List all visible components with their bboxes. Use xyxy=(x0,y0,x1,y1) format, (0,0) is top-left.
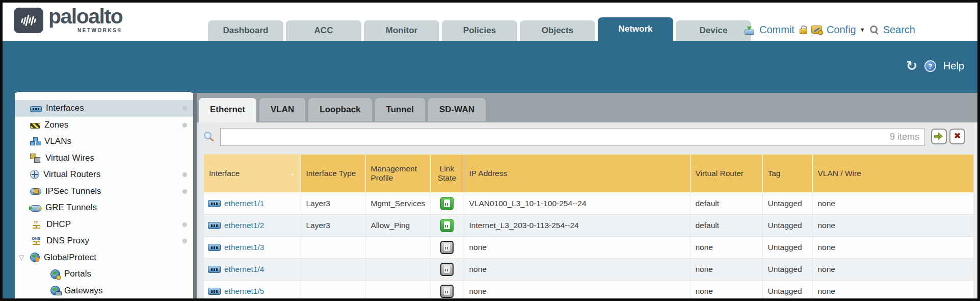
sidebar-item-globalprotect[interactable]: ▽GlobalProtect xyxy=(15,249,193,266)
item-dot xyxy=(182,189,187,194)
interface-link[interactable]: ethernet1/3 xyxy=(224,243,264,252)
nav-tab-network[interactable]: Network xyxy=(598,17,673,41)
sidebar-item-virtual-routers[interactable]: Virtual Routers xyxy=(15,166,193,183)
cell-interface-type xyxy=(301,280,365,298)
search-icon xyxy=(870,26,879,34)
lock-icon[interactable] xyxy=(799,26,807,34)
sidebar-item-dhcp[interactable]: IPDHCP xyxy=(15,216,193,233)
column-header-ip-address[interactable]: IP Address xyxy=(464,155,690,192)
config-caret-icon[interactable]: ▼ xyxy=(860,27,865,33)
item-dot xyxy=(182,123,187,128)
refresh-icon[interactable]: ↻ xyxy=(906,59,917,72)
interface-link[interactable]: ethernet1/2 xyxy=(224,221,264,230)
apply-filter-button[interactable] xyxy=(931,129,947,144)
column-header-link-state[interactable]: Link State xyxy=(430,155,464,192)
virtual-wires-icon xyxy=(30,154,41,163)
interface-link[interactable]: ethernet1/4 xyxy=(224,265,264,273)
interface-subtabs: EthernetVLANLoopbackTunnelSD-WAN xyxy=(199,98,486,124)
cell-tag: Untagged xyxy=(762,258,812,280)
subtab-ethernet[interactable]: Ethernet xyxy=(199,98,256,124)
nav-tab-acc[interactable]: ACC xyxy=(286,20,361,41)
interfaces-table: Interface▼Interface TypeManagement Profi… xyxy=(204,154,973,298)
table-row: ethernet1/2Layer3Allow_PingInternet_L3_2… xyxy=(204,214,973,236)
link-state-down-icon xyxy=(440,263,454,276)
commit-button[interactable]: Commit xyxy=(759,24,794,36)
subtab-loopback[interactable]: Loopback xyxy=(308,98,372,121)
sidebar-item-dns-proxy[interactable]: DNSDNS Proxy xyxy=(15,233,193,249)
sidebar-item-label: Portals xyxy=(64,269,91,279)
network-sidebar: InterfacesZonesVLANsVirtual WiresVirtual… xyxy=(15,92,193,298)
sidebar-item-label: Gateways xyxy=(64,286,103,296)
interface-link[interactable]: ethernet1/1 xyxy=(224,199,264,208)
search-button[interactable]: Search xyxy=(883,24,915,36)
cell-link-state xyxy=(430,280,464,298)
link-state-up-icon xyxy=(440,219,454,232)
header-utilities: Commit Config ▼ Search xyxy=(745,21,915,38)
gateways-icon xyxy=(50,286,60,295)
column-header-interface-type[interactable]: Interface Type xyxy=(301,155,365,192)
cell-management-profile xyxy=(365,258,430,280)
sort-caret-icon[interactable]: ▼ xyxy=(290,171,296,178)
cell-virtual-router: default xyxy=(690,214,762,236)
cell-management-profile: Allow_Ping xyxy=(365,214,430,236)
cell-interface-type: Layer3 xyxy=(301,192,365,214)
column-header-tag[interactable]: Tag xyxy=(762,155,812,192)
ipsec-tunnels-icon xyxy=(30,188,41,195)
subtab-sd-wan[interactable]: SD-WAN xyxy=(428,98,486,121)
sidebar-item-virtual-wires[interactable]: Virtual Wires xyxy=(15,150,193,167)
sidebar-splitter[interactable] xyxy=(193,93,197,298)
filter-input[interactable] xyxy=(220,128,924,146)
sidebar-item-vlans[interactable]: VLANs xyxy=(15,133,193,150)
sidebar-item-label: IPSec Tunnels xyxy=(45,186,101,196)
nav-tab-dashboard[interactable]: Dashboard xyxy=(208,20,283,41)
cell-management-profile xyxy=(365,236,430,258)
ethernet-port-icon xyxy=(208,244,221,251)
sidebar-item-zones[interactable]: Zones xyxy=(15,117,193,134)
nav-tab-objects[interactable]: Objects xyxy=(520,20,595,41)
cell-interface: ethernet1/5 xyxy=(204,280,301,298)
sidebar-item-label: Virtual Wires xyxy=(45,153,94,163)
sidebar-item-gateways[interactable]: Gateways xyxy=(15,283,193,299)
cell-ip-address: VLAN0100_L3_10-1-100-254--24 xyxy=(464,192,690,214)
help-icon[interactable]: ? xyxy=(924,60,936,72)
link-state-up-icon xyxy=(440,197,454,210)
column-header-management-profile[interactable]: Management Profile xyxy=(365,155,430,192)
column-header-interface[interactable]: Interface▼ xyxy=(204,155,301,192)
table-header-row: Interface▼Interface TypeManagement Profi… xyxy=(204,155,973,192)
cell-ip-address: none xyxy=(464,236,690,258)
main-panel: 9 items ✖ Interface▼Interface TypeManage… xyxy=(197,122,977,298)
link-state-down-icon xyxy=(440,285,454,298)
icon-glyph: IP xyxy=(34,220,38,224)
filter-bar: 9 items ✖ xyxy=(197,122,977,151)
clear-filter-button[interactable]: ✖ xyxy=(949,129,965,144)
interfaces-table-wrap: Interface▼Interface TypeManagement Profi… xyxy=(204,154,973,298)
nav-tab-device[interactable]: Device xyxy=(676,20,751,41)
left-accent-strip xyxy=(3,93,15,298)
config-button[interactable]: Config xyxy=(827,24,856,36)
subtab-vlan[interactable]: VLAN xyxy=(259,98,305,121)
expander-icon[interactable]: ▽ xyxy=(19,254,30,261)
sidebar-item-label: VLANs xyxy=(44,136,71,146)
cell-tag: Untagged xyxy=(762,192,812,214)
zones-icon xyxy=(30,123,40,129)
subtab-tunnel[interactable]: Tunnel xyxy=(375,98,425,121)
column-header-virtual-router[interactable]: Virtual Router xyxy=(690,155,762,192)
sidebar-item-interfaces[interactable]: Interfaces xyxy=(15,100,193,117)
sidebar-item-ipsec-tunnels[interactable]: IPSec Tunnels xyxy=(15,183,193,200)
sidebar-item-label: Interfaces xyxy=(46,103,84,113)
sidebar-item-portals[interactable]: Portals xyxy=(15,266,193,283)
icon-glyph: DNS xyxy=(32,237,41,241)
cell-vlan-wire: none xyxy=(812,258,973,280)
item-dot xyxy=(182,106,187,111)
nav-tab-policies[interactable]: Policies xyxy=(442,20,517,41)
cell-interface: ethernet1/1 xyxy=(204,192,301,214)
sidebar-item-label: DNS Proxy xyxy=(46,236,89,246)
sidebar-item-gre-tunnels[interactable]: GRE Tunnels xyxy=(15,199,193,216)
cell-vlan-wire: none xyxy=(812,280,973,298)
item-dot xyxy=(182,239,187,243)
interface-link[interactable]: ethernet1/5 xyxy=(224,287,264,295)
nav-tab-monitor[interactable]: Monitor xyxy=(364,20,439,41)
interfaces-icon xyxy=(30,106,42,112)
column-header-vlan-wire[interactable]: VLAN / Wire xyxy=(812,155,973,192)
help-label[interactable]: Help xyxy=(943,60,964,72)
